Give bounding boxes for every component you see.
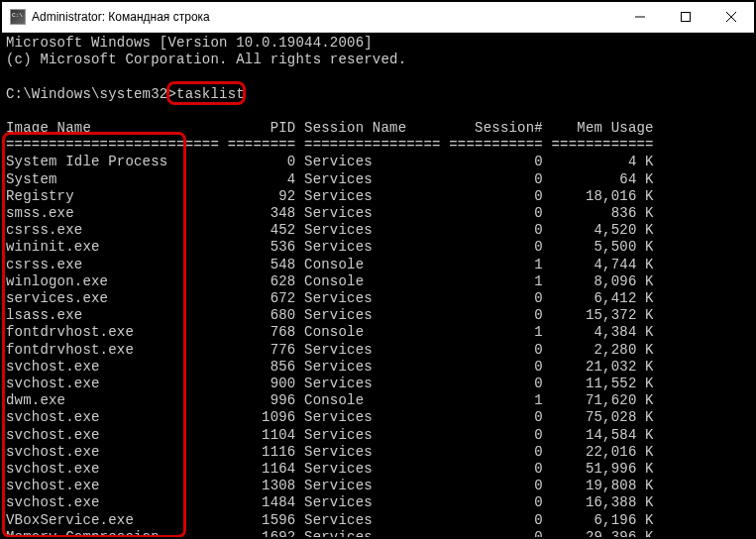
cmd-icon	[10, 9, 26, 25]
close-button[interactable]	[708, 2, 754, 32]
window-controls	[617, 2, 754, 32]
highlight-command	[166, 81, 246, 105]
svg-rect-1	[682, 13, 691, 22]
console-output[interactable]: Microsoft Windows [Version 10.0.19044.20…	[2, 33, 754, 539]
highlight-image-name-column	[2, 132, 186, 538]
titlebar: Administrator: Командная строка	[2, 2, 754, 33]
maximize-button[interactable]	[663, 2, 708, 32]
minimize-button[interactable]	[617, 2, 663, 32]
window-title: Administrator: Командная строка	[32, 10, 617, 24]
